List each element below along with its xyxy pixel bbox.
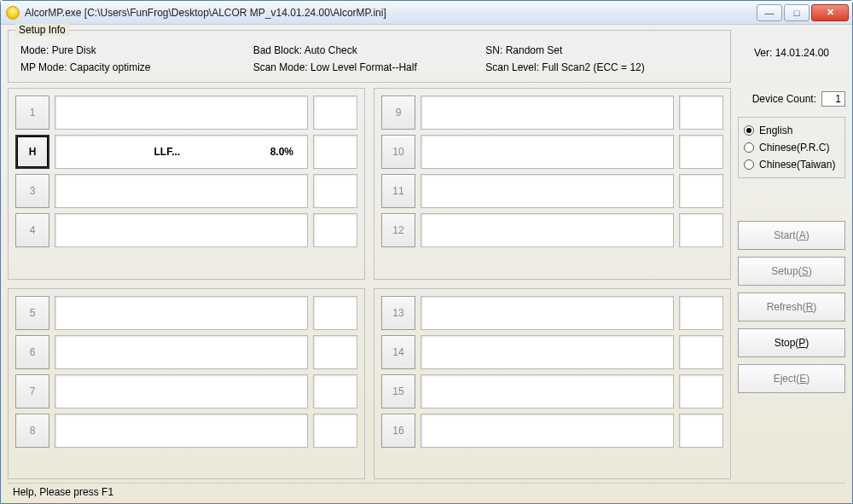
slot-status-2: LLF... 8.0% bbox=[55, 135, 308, 169]
slot-status-9 bbox=[421, 96, 674, 130]
slot-side-10 bbox=[679, 135, 723, 169]
slot-status-14 bbox=[421, 335, 674, 369]
device-pane-3: 5 6 7 bbox=[8, 288, 365, 480]
slot-8: 8 bbox=[15, 414, 357, 448]
slot-side-14 bbox=[679, 335, 723, 369]
slot-button-13[interactable]: 13 bbox=[381, 296, 415, 330]
slot-button-4[interactable]: 4 bbox=[15, 213, 49, 247]
mpmode-label: MP Mode: Capacity optimize bbox=[20, 61, 253, 73]
slot-3: 3 bbox=[15, 174, 357, 208]
slot-6: 6 bbox=[15, 335, 357, 369]
setup-info-group: Setup Info Mode: Pure Disk Bad Block: Au… bbox=[8, 30, 731, 83]
app-icon bbox=[6, 6, 20, 20]
slot-9: 9 bbox=[381, 96, 723, 130]
version-label: Ver: 14.01.24.00 bbox=[738, 47, 845, 59]
slot-side-13 bbox=[679, 296, 723, 330]
device-count-label: Device Count: bbox=[752, 93, 816, 105]
slot-status-16 bbox=[421, 414, 674, 448]
slot-status-15 bbox=[421, 374, 674, 408]
slot-14: 14 bbox=[381, 335, 723, 369]
slot-side-16 bbox=[679, 414, 723, 448]
slot-side-12 bbox=[679, 213, 723, 247]
slot-button-6[interactable]: 6 bbox=[15, 335, 49, 369]
sn-label: SN: Random Set bbox=[485, 44, 718, 56]
slot-1: 1 bbox=[15, 96, 357, 130]
start-button[interactable]: Start(A) bbox=[738, 221, 845, 250]
minimize-button[interactable]: — bbox=[757, 4, 782, 21]
scanmode-label: Scan Mode: Low Level Format--Half bbox=[253, 61, 486, 73]
slot-status-5 bbox=[55, 296, 308, 330]
setup-info-legend: Setup Info bbox=[15, 24, 69, 36]
slot-side-1 bbox=[313, 96, 357, 130]
slot-15: 15 bbox=[381, 374, 723, 408]
slot-button-3[interactable]: 3 bbox=[15, 174, 49, 208]
slot-status-11 bbox=[421, 174, 674, 208]
slot-button-12[interactable]: 12 bbox=[381, 213, 415, 247]
slot-status-text-2: LLF... bbox=[64, 146, 270, 158]
slot-button-15[interactable]: 15 bbox=[381, 374, 415, 408]
radio-chinese-prc[interactable]: Chinese(P.R.C) bbox=[744, 142, 839, 154]
slot-pct-2: 8.0% bbox=[270, 146, 299, 158]
radio-chinese-prc-label: Chinese(P.R.C) bbox=[759, 142, 829, 154]
radio-dot-icon bbox=[744, 125, 754, 136]
slot-status-8 bbox=[55, 414, 308, 448]
slot-side-2 bbox=[313, 135, 357, 169]
client-area: Setup Info Mode: Pure Disk Bad Block: Au… bbox=[1, 25, 852, 503]
scanlevel-label: Scan Level: Full Scan2 (ECC = 12) bbox=[485, 61, 718, 73]
slot-status-3 bbox=[55, 174, 308, 208]
side-panel: Ver: 14.01.24.00 Device Count: 1 English… bbox=[738, 30, 845, 479]
slot-button-16[interactable]: 16 bbox=[381, 414, 415, 448]
language-group: English Chinese(P.R.C) Chinese(Taiwan) bbox=[738, 117, 845, 178]
window-controls: — □ ✕ bbox=[757, 4, 849, 21]
slot-4: 4 bbox=[15, 213, 357, 247]
radio-english[interactable]: English bbox=[744, 125, 839, 136]
badblock-label: Bad Block: Auto Check bbox=[253, 44, 486, 56]
titlebar[interactable]: AlcorMP.exe [C:\Users\FunFrog\Desktop\AL… bbox=[1, 1, 852, 25]
radio-dot-icon bbox=[744, 142, 754, 153]
mode-label: Mode: Pure Disk bbox=[20, 44, 253, 56]
slot-button-8[interactable]: 8 bbox=[15, 414, 49, 448]
slot-side-8 bbox=[313, 414, 357, 448]
slot-status-6 bbox=[55, 335, 308, 369]
slot-button-5[interactable]: 5 bbox=[15, 296, 49, 330]
slot-5: 5 bbox=[15, 296, 357, 330]
slot-side-15 bbox=[679, 374, 723, 408]
maximize-button[interactable]: □ bbox=[784, 4, 809, 21]
slot-side-3 bbox=[313, 174, 357, 208]
slot-button-10[interactable]: 10 bbox=[381, 135, 415, 169]
slot-button-2[interactable]: H bbox=[15, 135, 49, 169]
device-pane-4: 13 14 15 bbox=[374, 288, 731, 480]
slot-status-7 bbox=[55, 374, 308, 408]
radio-chinese-taiwan-label: Chinese(Taiwan) bbox=[759, 159, 835, 171]
slot-side-7 bbox=[313, 374, 357, 408]
slot-status-12 bbox=[421, 213, 674, 247]
slot-button-7[interactable]: 7 bbox=[15, 374, 49, 408]
slot-status-4 bbox=[55, 213, 308, 247]
slot-button-1[interactable]: 1 bbox=[15, 96, 49, 130]
close-button[interactable]: ✕ bbox=[811, 4, 849, 21]
slot-13: 13 bbox=[381, 296, 723, 330]
slot-16: 16 bbox=[381, 414, 723, 448]
slot-button-14[interactable]: 14 bbox=[381, 335, 415, 369]
setup-button[interactable]: Setup(S) bbox=[738, 257, 845, 286]
stop-button[interactable]: Stop(P) bbox=[738, 328, 845, 357]
slot-button-9[interactable]: 9 bbox=[381, 96, 415, 130]
slot-side-4 bbox=[313, 213, 357, 247]
app-window: AlcorMP.exe [C:\Users\FunFrog\Desktop\AL… bbox=[0, 0, 853, 504]
radio-english-label: English bbox=[759, 125, 792, 136]
refresh-button[interactable]: Refresh(R) bbox=[738, 293, 845, 322]
slot-button-11[interactable]: 11 bbox=[381, 174, 415, 208]
slot-side-11 bbox=[679, 174, 723, 208]
device-count: Device Count: 1 bbox=[738, 91, 845, 107]
slot-status-13 bbox=[421, 296, 674, 330]
slot-7: 7 bbox=[15, 374, 357, 408]
slot-side-5 bbox=[313, 296, 357, 330]
radio-chinese-taiwan[interactable]: Chinese(Taiwan) bbox=[744, 159, 839, 171]
eject-button[interactable]: Eject(E) bbox=[738, 364, 845, 393]
status-bar: Help, Please press F1 bbox=[8, 483, 845, 500]
device-grid: 1 H LLF... 8.0% bbox=[8, 88, 731, 479]
slot-11: 11 bbox=[381, 174, 723, 208]
slot-side-9 bbox=[679, 96, 723, 130]
slot-status-1 bbox=[55, 96, 308, 130]
window-title: AlcorMP.exe [C:\Users\FunFrog\Desktop\AL… bbox=[25, 7, 751, 19]
